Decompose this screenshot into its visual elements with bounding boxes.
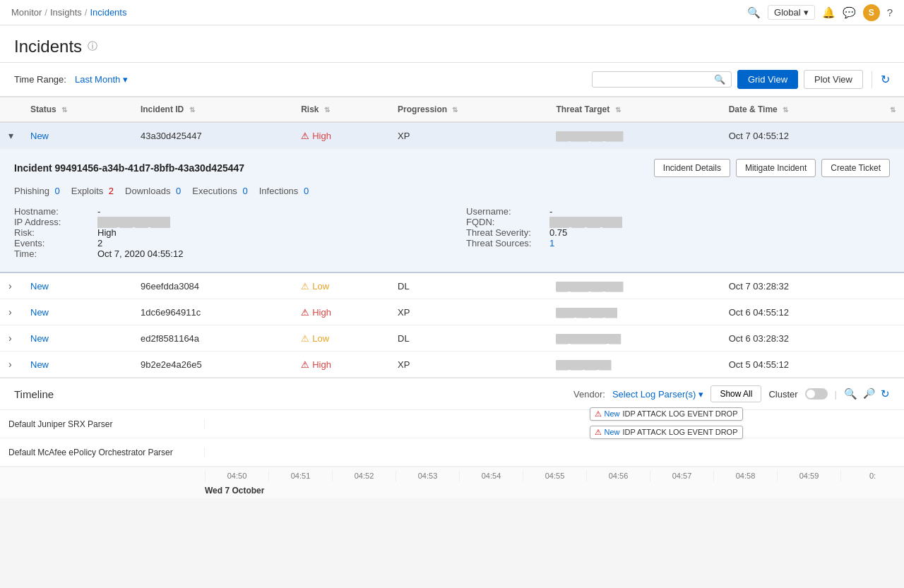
help-icon[interactable]: ? bbox=[887, 6, 893, 18]
search-box: 🔍 bbox=[592, 71, 732, 88]
incident-id-cell: 96eefdda3084 bbox=[132, 272, 292, 299]
status-badge: New bbox=[30, 281, 49, 292]
status-cell: New bbox=[22, 325, 132, 352]
risk-warning-icon: ⚠ bbox=[301, 131, 309, 141]
event-text-2: IDP ATTACK LOG EVENT DROP bbox=[623, 428, 738, 436]
detail-field: Events: 2 bbox=[14, 238, 438, 248]
status-cell: New bbox=[22, 352, 132, 378]
plot-view-button[interactable]: Plot View bbox=[804, 70, 863, 89]
detail-action-button[interactable]: Incident Details bbox=[654, 159, 730, 177]
zoom-out-icon[interactable]: 🔎 bbox=[863, 388, 875, 400]
col-datetime[interactable]: Date & Time ⇅ bbox=[720, 97, 879, 123]
col-status[interactable]: Status ⇅ bbox=[22, 97, 132, 123]
threat-target-cell: ███ ██ ██ ██ bbox=[547, 299, 720, 325]
expand-button[interactable]: › bbox=[8, 280, 12, 292]
col-threat-target[interactable]: Threat Target ⇅ bbox=[547, 97, 720, 123]
table-header: Status ⇅ Incident ID ⇅ Risk ⇅ Progressio… bbox=[0, 97, 904, 123]
timeline-row-content-mcafee bbox=[205, 438, 904, 467]
page-header: Incidents ⓘ bbox=[0, 25, 904, 63]
expand-button[interactable]: ▾ bbox=[8, 130, 13, 141]
page-help-icon[interactable]: ⓘ bbox=[88, 40, 97, 53]
search-input[interactable] bbox=[598, 74, 711, 85]
grid-view-button[interactable]: Grid View bbox=[737, 70, 798, 89]
threat-target-cell: ██ ███ ██ ███ bbox=[547, 122, 720, 149]
risk-badge: ⚠ Low bbox=[301, 333, 381, 344]
detail-fields-right: Username: - FQDN: ███ ██ ██ ███ Threat S… bbox=[466, 206, 890, 259]
timeline-row-label-juniper: Default Juniper SRX Parser bbox=[0, 419, 205, 429]
log-parser-button[interactable]: Select Log Parser(s) ▾ bbox=[612, 389, 704, 400]
show-all-button[interactable]: Show All bbox=[710, 385, 761, 402]
detail-field: Risk: High bbox=[14, 227, 438, 238]
risk-warning-icon: ⚠ bbox=[301, 307, 309, 318]
incident-id-cell: 1dc6e964911c bbox=[132, 299, 292, 325]
time-range-button[interactable]: Last Month ▾ bbox=[75, 74, 128, 85]
expand-cell: ▾ bbox=[0, 122, 22, 149]
sort-icon-datetime: ⇅ bbox=[783, 106, 788, 114]
detail-field-value: 2 bbox=[97, 238, 102, 248]
zoom-in-icon[interactable]: 🔍 bbox=[844, 388, 857, 400]
detail-tab: Exploits 2 bbox=[71, 186, 114, 196]
sort-icon-risk: ⇅ bbox=[324, 106, 330, 114]
refresh-button[interactable]: ↻ bbox=[881, 73, 890, 86]
detail-field-label: IP Address: bbox=[14, 217, 92, 227]
risk-badge: ⚠ High bbox=[301, 131, 381, 141]
breadcrumb-insights[interactable]: Insights bbox=[50, 7, 82, 18]
table-row[interactable]: › New 1dc6e964911c ⚠ High XP ███ ██ ██ █… bbox=[0, 299, 904, 325]
expand-button[interactable]: › bbox=[8, 359, 12, 370]
table-row[interactable]: › New 96eefdda3084 ⚠ Low DL ██ ███ ██ ██… bbox=[0, 272, 904, 299]
progression-cell: XP bbox=[389, 299, 547, 325]
sort-icon-id: ⇅ bbox=[189, 106, 195, 114]
risk-warning-icon: ⚠ bbox=[301, 281, 309, 292]
col-expand bbox=[0, 97, 22, 123]
risk-badge: ⚠ High bbox=[301, 307, 381, 318]
timeline-event-2[interactable]: ⚠ New IDP ATTACK LOG EVENT DROP bbox=[590, 426, 743, 439]
timeline-row-label-mcafee: Default McAfee ePolicy Orchestrator Pars… bbox=[0, 448, 205, 457]
col-incident-id[interactable]: Incident ID ⇅ bbox=[132, 97, 292, 123]
table-row[interactable]: › New 9b2e2e4a26e5 ⚠ High XP ██ ██ ██ ██… bbox=[0, 352, 904, 378]
avatar[interactable]: S bbox=[863, 4, 880, 21]
nav-icons: 🔍 Global ▾ 🔔 💬 S ? bbox=[747, 4, 893, 21]
detail-action-button[interactable]: Mitigate Incident bbox=[736, 159, 816, 177]
timeline-event-1[interactable]: ⚠ New IDP ATTACK LOG EVENT DROP bbox=[590, 407, 743, 421]
detail-header: Incident 99491456-a34b-41d7-8bfb-43a30d4… bbox=[14, 159, 890, 177]
tab-count: 0 bbox=[301, 186, 309, 196]
status-cell: New bbox=[22, 122, 132, 149]
breadcrumb: Monitor / Insights / Incidents bbox=[11, 7, 739, 18]
col-progression[interactable]: Progression ⇅ bbox=[389, 97, 547, 123]
detail-field-value[interactable]: 1 bbox=[549, 238, 554, 248]
expand-cell: › bbox=[0, 325, 22, 352]
datetime-cell: Oct 6 03:28:32 bbox=[720, 325, 879, 352]
expand-button[interactable]: › bbox=[8, 306, 12, 318]
risk-warning-icon: ⚠ bbox=[301, 359, 309, 370]
detail-field-label: Risk: bbox=[14, 227, 92, 238]
detail-field: FQDN: ███ ██ ██ ███ bbox=[466, 217, 890, 227]
log-parser-chevron: ▾ bbox=[698, 389, 703, 400]
extra-cell bbox=[879, 272, 904, 299]
breadcrumb-monitor[interactable]: Monitor bbox=[11, 7, 42, 18]
risk-badge: ⚠ High bbox=[301, 359, 381, 370]
datetime-cell: Oct 7 04:55:12 bbox=[720, 122, 879, 149]
col-risk[interactable]: Risk ⇅ bbox=[292, 97, 389, 123]
cluster-toggle[interactable] bbox=[805, 388, 828, 400]
detail-field-label: Time: bbox=[14, 248, 92, 259]
progression-cell: DL bbox=[389, 272, 547, 299]
detail-action-button[interactable]: Create Ticket bbox=[821, 159, 890, 177]
expand-button[interactable]: › bbox=[8, 332, 12, 344]
detail-field-label: Hostname: bbox=[14, 206, 92, 217]
chat-icon[interactable]: 💬 bbox=[843, 6, 856, 19]
incidents-table: Status ⇅ Incident ID ⇅ Risk ⇅ Progressio… bbox=[0, 97, 904, 378]
global-selector[interactable]: Global ▾ bbox=[768, 5, 815, 20]
table-row[interactable]: ▾ New 43a30d425447 ⚠ High XP ██ ███ ██ █… bbox=[0, 122, 904, 149]
divider: | bbox=[835, 389, 837, 400]
incident-full-id: Incident 99491456-a34b-41d7-8bfb-43a30d4… bbox=[14, 162, 244, 174]
datetime-cell: Oct 5 04:55:12 bbox=[720, 352, 879, 378]
detail-field: Username: - bbox=[466, 206, 890, 217]
detail-tab: Phishing 0 bbox=[14, 186, 60, 196]
table-row[interactable]: › New ed2f8581164a ⚠ Low DL ██ ██████ ██… bbox=[0, 325, 904, 352]
event-warning-icon-1: ⚠ bbox=[595, 409, 602, 419]
bell-icon[interactable]: 🔔 bbox=[822, 6, 835, 19]
incidents-body: ▾ New 43a30d425447 ⚠ High XP ██ ███ ██ █… bbox=[0, 122, 904, 378]
detail-cell: Incident 99491456-a34b-41d7-8bfb-43a30d4… bbox=[0, 149, 904, 273]
search-icon[interactable]: 🔍 bbox=[747, 6, 761, 19]
timeline-refresh-icon[interactable]: ↻ bbox=[881, 388, 890, 400]
